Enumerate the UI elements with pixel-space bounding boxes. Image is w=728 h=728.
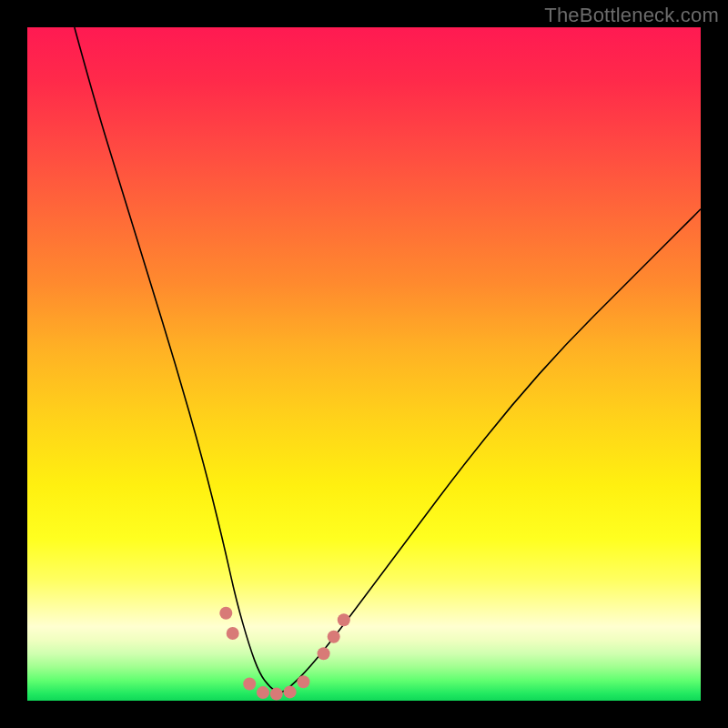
data-point xyxy=(328,631,340,643)
data-point xyxy=(257,686,269,699)
data-point xyxy=(219,607,232,620)
chart-svg xyxy=(27,27,701,701)
watermark-text: TheBottleneck.com xyxy=(544,4,719,27)
data-point xyxy=(270,688,283,701)
data-point xyxy=(297,675,309,688)
data-point xyxy=(338,613,350,626)
bottleneck-curve xyxy=(75,27,701,693)
data-point xyxy=(318,647,330,660)
data-point xyxy=(227,627,239,640)
plot-area xyxy=(27,27,701,701)
data-point-group xyxy=(219,607,349,701)
data-point xyxy=(243,678,256,691)
data-point xyxy=(284,685,297,698)
chart-frame: TheBottleneck.com xyxy=(0,0,728,728)
